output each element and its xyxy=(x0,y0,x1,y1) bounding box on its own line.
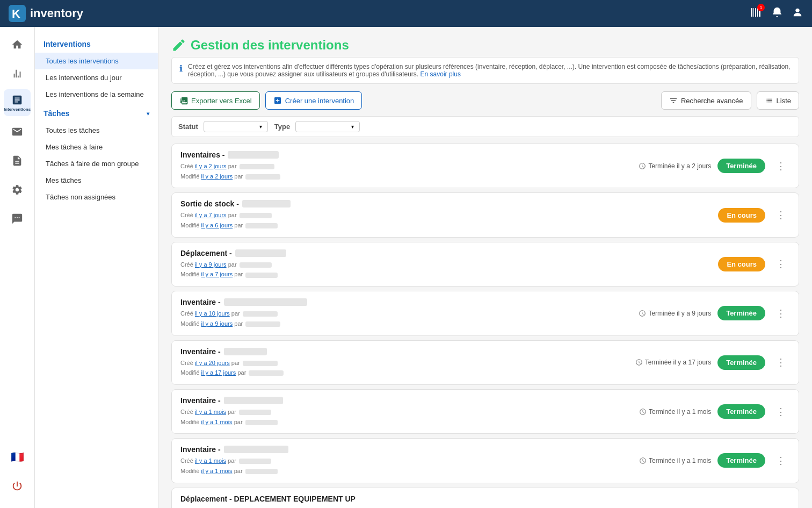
intervention-item[interactable]: Inventaire - Créé il y a 1 mois par Modi… xyxy=(171,438,799,483)
intervention-right: Terminée il y a 17 jours Terminée ⋮ xyxy=(635,354,790,370)
svg-point-7 xyxy=(795,8,799,12)
more-options-button[interactable]: ⋮ xyxy=(772,453,790,469)
svg-rect-2 xyxy=(751,8,752,17)
nav-item-interventions-semaine[interactable]: Les interventions de la semaine xyxy=(35,86,158,103)
sidebar-icon-interventions[interactable]: Interventions xyxy=(4,89,31,116)
page-title: Gestion des interventions xyxy=(171,38,799,53)
more-options-button[interactable]: ⋮ xyxy=(772,158,790,174)
nav-item-toutes-interventions[interactable]: Toutes les interventions xyxy=(35,53,158,69)
sidebar-icon-power[interactable] xyxy=(4,473,31,499)
barcode-badge: 1 xyxy=(757,4,765,11)
brand-name: inventory xyxy=(30,6,83,20)
nav-item-toutes-taches[interactable]: Toutes les tâches xyxy=(35,122,158,139)
intervention-meta: Créé il y a 7 jours par Modifié il y a 6… xyxy=(180,210,718,230)
info-box: ℹ Créez et gérez vos interventions afin … xyxy=(171,57,799,84)
nav-item-interventions-jour[interactable]: Les interventions du jour xyxy=(35,69,158,86)
intervention-name: Déplacement - DEPLACEMENT EQUIPEMENT UP xyxy=(180,495,790,503)
intervention-meta: Créé il y a 2 jours par Modifié il y a 2… xyxy=(180,161,639,181)
filters-bar: Statut ▾ Type ▾ xyxy=(171,116,799,137)
sidebar-icon-interventions-label: Interventions xyxy=(4,107,31,112)
svg-rect-4 xyxy=(755,8,756,17)
intervention-right: Terminée il y a 1 mois Terminée ⋮ xyxy=(639,404,790,420)
toolbar-left: Exporter vers Excel Créer une interventi… xyxy=(171,91,362,110)
bell-icon[interactable] xyxy=(771,6,783,21)
nav-item-taches-groupe[interactable]: Tâches à faire de mon groupe xyxy=(35,155,158,172)
status-badge: Terminée xyxy=(717,404,765,419)
more-options-button[interactable]: ⋮ xyxy=(772,256,790,272)
icon-sidebar: Interventions 🇫🇷 xyxy=(0,27,35,508)
clock-icon xyxy=(639,408,647,416)
status-time-info: Terminée il y a 9 jours xyxy=(639,310,711,317)
barcode-icon[interactable]: 1 xyxy=(750,6,763,22)
export-excel-button[interactable]: Exporter vers Excel xyxy=(171,91,260,110)
edit-icon xyxy=(171,38,186,53)
status-badge: Terminée xyxy=(717,453,765,468)
intervention-list: Inventaires - Créé il y a 2 jours par Mo… xyxy=(171,144,799,508)
status-time-info: Terminée il y a 17 jours xyxy=(635,359,711,366)
user-icon[interactable] xyxy=(792,6,803,21)
intervention-item[interactable]: Sortie de stock - Créé il y a 7 jours pa… xyxy=(171,192,799,237)
intervention-name: Inventaires - xyxy=(180,151,639,159)
intervention-info: Déplacement - Créé il y a 9 jours par Mo… xyxy=(180,249,718,280)
intervention-item[interactable]: Déplacement - DEPLACEMENT EQUIPEMENT UP xyxy=(171,488,799,508)
statut-filter-select[interactable]: ▾ xyxy=(204,121,268,132)
sidebar-icon-documents[interactable] xyxy=(4,147,31,174)
intervention-right: En cours ⋮ xyxy=(718,207,790,223)
status-time-info: Terminée il y a 1 mois xyxy=(639,457,711,464)
statut-chevron-icon: ▾ xyxy=(259,124,262,130)
more-options-button[interactable]: ⋮ xyxy=(772,404,790,420)
toolbar: Exporter vers Excel Créer une interventi… xyxy=(171,91,799,110)
intervention-item[interactable]: Inventaire - Créé il y a 1 mois par Modi… xyxy=(171,389,799,434)
intervention-info: Inventaires - Créé il y a 2 jours par Mo… xyxy=(180,151,639,181)
nav-section-taches[interactable]: Tâches ▾ xyxy=(35,103,158,122)
intervention-right: En cours ⋮ xyxy=(718,256,790,272)
nav-sidebar: Interventions Toutes les interventions L… xyxy=(35,27,158,508)
type-filter-select[interactable]: ▾ xyxy=(295,121,360,132)
intervention-info: Inventaire - Créé il y a 20 jours par Mo… xyxy=(180,347,635,378)
sidebar-icon-orders[interactable] xyxy=(4,118,31,145)
info-text: Créez et gérez vos interventions afin d'… xyxy=(188,63,791,78)
advanced-search-button[interactable]: Recherche avancée xyxy=(661,91,751,110)
more-options-button[interactable]: ⋮ xyxy=(772,207,790,223)
intervention-item[interactable]: Déplacement - Créé il y a 9 jours par Mo… xyxy=(171,242,799,287)
clock-icon xyxy=(635,359,643,366)
sidebar-icon-settings[interactable] xyxy=(4,176,31,203)
sidebar-icon-language[interactable]: 🇫🇷 xyxy=(4,443,31,470)
intervention-info: Inventaire - Créé il y a 1 mois par Modi… xyxy=(180,445,639,476)
excel-icon xyxy=(179,96,188,105)
create-intervention-button[interactable]: Créer une intervention xyxy=(265,91,363,110)
sidebar-icon-stats[interactable] xyxy=(4,60,31,87)
intervention-meta: Créé il y a 10 jours par Modifié il y a … xyxy=(180,309,639,328)
intervention-right: Terminée il y a 9 jours Terminée ⋮ xyxy=(639,305,790,321)
list-view-button[interactable]: Liste xyxy=(757,91,799,110)
intervention-info: Sortie de stock - Créé il y a 7 jours pa… xyxy=(180,199,718,230)
intervention-item[interactable]: Inventaire - Créé il y a 10 jours par Mo… xyxy=(171,291,799,335)
clock-icon xyxy=(639,457,647,464)
nav-item-mes-taches[interactable]: Mes tâches xyxy=(35,172,158,189)
more-options-button[interactable]: ⋮ xyxy=(772,354,790,370)
top-navbar: K inventory 1 xyxy=(0,0,812,27)
clock-icon xyxy=(639,310,646,317)
brand-logo[interactable]: K inventory xyxy=(9,5,83,22)
info-link[interactable]: En savoir plus xyxy=(421,70,461,78)
intervention-info: Inventaire - Créé il y a 10 jours par Mo… xyxy=(180,298,639,328)
nav-item-taches-non-assignees[interactable]: Tâches non assignées xyxy=(35,189,158,205)
svg-rect-3 xyxy=(753,8,754,17)
page-header: Gestion des interventions ℹ Créez et gér… xyxy=(171,38,799,84)
sidebar-icon-support[interactable] xyxy=(4,205,31,232)
icon-sidebar-top: Interventions xyxy=(0,31,34,232)
intervention-item[interactable]: Inventaires - Créé il y a 2 jours par Mo… xyxy=(171,144,799,188)
taches-chevron-icon: ▾ xyxy=(147,111,149,117)
sidebar-icon-home[interactable] xyxy=(4,31,31,58)
type-chevron-icon: ▾ xyxy=(351,124,354,130)
nav-item-mes-taches-faire[interactable]: Mes tâches à faire xyxy=(35,139,158,155)
intervention-meta: Créé il y a 20 jours par Modifié il y a … xyxy=(180,358,635,378)
filter-icon xyxy=(669,96,678,105)
more-options-button[interactable]: ⋮ xyxy=(772,305,790,321)
statut-filter-label: Statut xyxy=(178,123,198,131)
status-badge: En cours xyxy=(718,208,765,223)
create-icon xyxy=(273,96,282,105)
nav-section-interventions[interactable]: Interventions xyxy=(35,35,158,53)
content-area: Gestion des interventions ℹ Créez et gér… xyxy=(158,27,812,508)
intervention-item[interactable]: Inventaire - Créé il y a 20 jours par Mo… xyxy=(171,340,799,385)
